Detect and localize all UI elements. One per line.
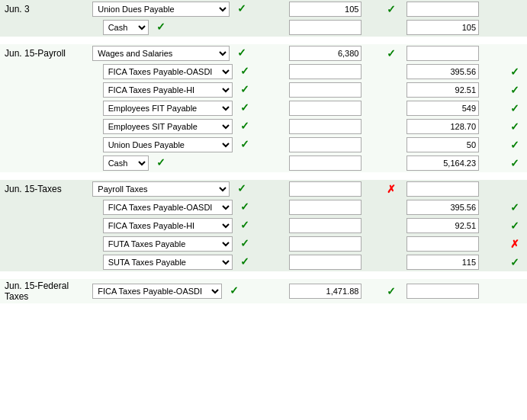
jun3-account1[interactable]: Union Dues Payable ✓ bbox=[89, 0, 286, 18]
emp-sit-debit[interactable] bbox=[286, 117, 378, 136]
payroll-fica-hi[interactable]: FICA Taxes Payable-HI ✓ bbox=[89, 81, 286, 99]
fica-oasdi1-check: ✓ bbox=[240, 65, 249, 77]
futa-debit-input[interactable] bbox=[289, 236, 362, 252]
taxes-fica-oasdi-debit-input[interactable] bbox=[289, 200, 362, 215]
futa-select[interactable]: FUTA Taxes Payable bbox=[103, 236, 233, 252]
taxes-fica-oasdi-check3: ✓ bbox=[502, 198, 527, 216]
federal-fica-debit-input[interactable] bbox=[289, 284, 362, 299]
taxes-row5-date bbox=[0, 253, 89, 271]
taxes-fica-oasdi-credit[interactable] bbox=[403, 198, 502, 216]
payroll-fica-oasdi[interactable]: FICA Taxes Payable-OASDI ✓ bbox=[89, 63, 286, 81]
fica-oasdi1-credit[interactable] bbox=[403, 63, 502, 81]
emp-fit-credit[interactable] bbox=[403, 99, 502, 117]
jun3-cash-select[interactable]: Cash bbox=[103, 20, 149, 35]
cash2-credit-input[interactable] bbox=[406, 155, 479, 171]
wages-debit-input[interactable] bbox=[289, 46, 362, 61]
suta-select[interactable]: SUTA Taxes Payable bbox=[103, 255, 233, 270]
jun3-credit1[interactable] bbox=[403, 0, 502, 18]
wages-salaries-select[interactable]: Wages and Salaries bbox=[92, 46, 230, 61]
taxes-fica-hi[interactable]: FICA Taxes Payable-HI ✓ bbox=[89, 216, 286, 235]
payroll-taxes-select[interactable]: Payroll Taxes bbox=[92, 181, 230, 197]
emp-sit-credit[interactable] bbox=[403, 117, 502, 136]
jun3-credit1-input[interactable] bbox=[406, 2, 479, 17]
fica-oasdi3-select[interactable]: FICA Taxes Payable-OASDI bbox=[92, 284, 222, 299]
jun15-payroll-account1[interactable]: Wages and Salaries ✓ bbox=[89, 44, 286, 63]
fica-hi1-credit[interactable] bbox=[403, 81, 502, 99]
fica-hi1-debit-input[interactable] bbox=[289, 82, 362, 98]
emp-sit-select[interactable]: Employees SIT Payable bbox=[103, 119, 233, 134]
jun3-debit2[interactable] bbox=[286, 18, 378, 37]
fica-oasdi1-debit[interactable] bbox=[286, 63, 378, 81]
union-dues2-credit-input[interactable] bbox=[406, 137, 479, 152]
union-dues2-credit[interactable] bbox=[403, 136, 502, 154]
futa-credit[interactable] bbox=[403, 235, 502, 253]
suta-debit-input[interactable] bbox=[289, 255, 362, 270]
payroll-taxes-account[interactable]: Payroll Taxes ✓ bbox=[89, 180, 286, 198]
fica-oasdi2-check: ✓ bbox=[240, 200, 249, 213]
federal-fica-credit-input[interactable] bbox=[406, 284, 479, 299]
jun3-check4 bbox=[378, 18, 403, 37]
taxes-fica-oasdi[interactable]: FICA Taxes Payable-OASDI ✓ bbox=[89, 198, 286, 216]
emp-fit-debit[interactable] bbox=[286, 99, 378, 117]
payroll-row6-date bbox=[0, 136, 89, 154]
fica-oasdi1-check2 bbox=[378, 63, 403, 81]
taxes-fica-oasdi-check2 bbox=[378, 198, 403, 216]
payroll-taxes-debit-input[interactable] bbox=[289, 181, 362, 197]
payroll-taxes-debit[interactable] bbox=[286, 180, 378, 198]
taxes-fica-hi-credit-input[interactable] bbox=[406, 218, 479, 233]
cash2-select[interactable]: Cash bbox=[103, 155, 149, 171]
payroll-emp-sit[interactable]: Employees SIT Payable ✓ bbox=[89, 117, 286, 136]
emp-sit-debit-input[interactable] bbox=[289, 119, 362, 134]
jun3-credit2[interactable] bbox=[403, 18, 502, 37]
federal-fica-credit[interactable] bbox=[403, 279, 502, 303]
jun3-debit1[interactable] bbox=[286, 0, 378, 18]
cash2-credit[interactable] bbox=[403, 154, 502, 172]
futa-credit-input[interactable] bbox=[406, 236, 479, 252]
emp-sit-credit-input[interactable] bbox=[406, 119, 479, 134]
federal-fica-oasdi[interactable]: FICA Taxes Payable-OASDI ✓ bbox=[89, 279, 286, 303]
wages-credit[interactable] bbox=[403, 44, 502, 63]
jun3-credit2-input[interactable] bbox=[406, 20, 479, 35]
payroll-cash[interactable]: Cash ✓ bbox=[89, 154, 286, 172]
fica-oasdi1-credit-input[interactable] bbox=[406, 64, 479, 79]
taxes-fica-hi-debit-input[interactable] bbox=[289, 218, 362, 233]
taxes-fica-oasdi-debit[interactable] bbox=[286, 198, 378, 216]
taxes-fica-hi-debit[interactable] bbox=[286, 216, 378, 235]
futa-debit[interactable] bbox=[286, 235, 378, 253]
jun3-account1-select[interactable]: Union Dues Payable bbox=[92, 2, 230, 17]
jun3-account2[interactable]: Cash ✓ bbox=[89, 18, 286, 37]
taxes-row3-date bbox=[0, 216, 89, 235]
taxes-suta[interactable]: SUTA Taxes Payable ✓ bbox=[89, 253, 286, 271]
cash2-debit[interactable] bbox=[286, 154, 378, 172]
payroll-union[interactable]: Union Dues Payable ✓ bbox=[89, 136, 286, 154]
federal-fica-debit[interactable] bbox=[286, 279, 378, 303]
wages-debit[interactable] bbox=[286, 44, 378, 63]
suta-credit[interactable] bbox=[403, 253, 502, 271]
union-dues2-debit-input[interactable] bbox=[289, 137, 362, 152]
fica-oasdi1-select[interactable]: FICA Taxes Payable-OASDI bbox=[103, 64, 233, 79]
payroll-taxes-credit-input[interactable] bbox=[406, 181, 479, 197]
payroll-emp-fit[interactable]: Employees FIT Payable ✓ bbox=[89, 99, 286, 117]
union-dues2-select[interactable]: Union Dues Payable bbox=[103, 137, 233, 152]
wages-credit-input[interactable] bbox=[406, 46, 479, 61]
payroll-taxes-credit[interactable] bbox=[403, 180, 502, 198]
taxes-fica-oasdi-credit-input[interactable] bbox=[406, 200, 479, 215]
fica-hi1-credit-input[interactable] bbox=[406, 82, 479, 98]
fica-hi1-debit[interactable] bbox=[286, 81, 378, 99]
fica-hi1-select[interactable]: FICA Taxes Payable-HI bbox=[103, 82, 233, 98]
taxes-futa[interactable]: FUTA Taxes Payable ✓ bbox=[89, 235, 286, 253]
emp-fit-select[interactable]: Employees FIT Payable bbox=[103, 101, 233, 116]
fica-hi2-select[interactable]: FICA Taxes Payable-HI bbox=[103, 218, 233, 233]
taxes-fica-hi-credit[interactable] bbox=[403, 216, 502, 235]
cash2-check: ✓ bbox=[156, 156, 165, 168]
fica-oasdi1-debit-input[interactable] bbox=[289, 64, 362, 79]
suta-debit[interactable] bbox=[286, 253, 378, 271]
union-dues2-debit[interactable] bbox=[286, 136, 378, 154]
cash2-debit-input[interactable] bbox=[289, 155, 362, 171]
fica-oasdi2-select[interactable]: FICA Taxes Payable-OASDI bbox=[103, 200, 233, 215]
emp-fit-credit-input[interactable] bbox=[406, 101, 479, 116]
jun3-debit1-input[interactable] bbox=[289, 2, 362, 17]
suta-credit-input[interactable] bbox=[406, 255, 479, 270]
jun3-debit2-input[interactable] bbox=[289, 20, 362, 35]
emp-fit-debit-input[interactable] bbox=[289, 101, 362, 116]
